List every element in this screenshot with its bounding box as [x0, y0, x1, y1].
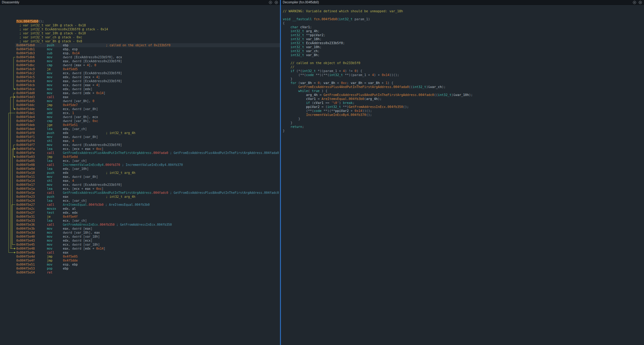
- asm-row[interactable]: 0x004f5dd0moveax, dword [edx + 0x14]: [0, 91, 280, 95]
- asm-row[interactable]: 0x004f5de7cmpdword [var_8h], 0xc: [0, 119, 280, 123]
- asm-row[interactable]: 0x004f5dd5movdword [var_8h], 0: [0, 99, 280, 103]
- disassembly-view[interactable]: fcn.004f5db0();; var int32_t var_18h @ s…: [0, 5, 280, 345]
- decompiler-line[interactable]: arg_4h = GetFromEcxAddressPlus8AndPutInT…: [283, 93, 644, 97]
- decompiler-line[interactable]: int32_t var_ch;: [283, 49, 644, 53]
- asm-row[interactable]: 0x004f5dcbmovecx, dword [eax + 4]: [0, 83, 280, 87]
- var-comment-line[interactable]: ; var int32_t EcxAddress0x233b5f0 @ stac…: [0, 27, 280, 31]
- decompiler-line[interactable]: int32_t **ppiVar2;: [283, 33, 644, 37]
- asm-row[interactable]: 0x004f5e2cmovzxedx, al: [0, 207, 280, 211]
- asm-row[interactable]: 0x004f5e14shleax, 4: [0, 179, 280, 183]
- asm-row[interactable]: 0x004f5e4djmp0x4f5e05: [0, 255, 280, 259]
- asm-row[interactable]: 0x004f5ddemovecx, dword [var_8h]: [0, 107, 280, 111]
- decompiler-line[interactable]: }: [283, 121, 644, 125]
- asm-row[interactable]: 0x004f5e03jmp0x4f5e0d: [0, 155, 280, 159]
- asm-row[interactable]: 0x004f5dc2movecx, dword [EcxAddress0x233…: [0, 71, 280, 75]
- decompiler-line[interactable]: }: [283, 117, 644, 121]
- decompiler-line[interactable]: return;: [283, 125, 644, 129]
- decompiler-line[interactable]: int32_t arg_4h;: [283, 29, 644, 33]
- asm-row[interactable]: 0x004f5e11moveax, dword [var_8h]: [0, 175, 280, 179]
- asm-row[interactable]: 0x004f5e43movedx, dword [ecx]: [0, 239, 280, 243]
- asm-row[interactable]: 0x004f5dc5movedx, dword [ecx + 4]: [0, 75, 280, 79]
- asm-row[interactable]: 0x004f5e4bcalleax: [0, 251, 280, 255]
- asm-row[interactable]: 0x004f5e27callAreItemsEqual.004fb3b0 ; A…: [0, 203, 280, 207]
- var-comment-line[interactable]: ; var int32_t var_18h @ stack - 0x18: [0, 23, 280, 27]
- asm-row[interactable]: 0x004f5debjge0x4f5e51: [0, 123, 280, 127]
- asm-row[interactable]: 0x004f5e36callGetFromAddressInEcx.004fb3…: [0, 223, 280, 227]
- asm-row[interactable]: 0x004f5e24leaecx, [var_ch]: [0, 199, 280, 203]
- asm-row[interactable]: 0x004f5e3dmovdword [var_18h], eax: [0, 231, 280, 235]
- decompiler-line[interactable]: void __fastcall fcn.004f5db0(int32_t par…: [283, 17, 644, 21]
- decompiler-view[interactable]: // WARNING: Variable defined which shoul…: [281, 5, 644, 345]
- var-comment-line[interactable]: ; var int32_t var_8h @ stack - 0x8: [0, 39, 280, 43]
- decompiler-line[interactable]: }: [283, 129, 644, 133]
- function-signature-line[interactable]: fcn.004f5db0();: [0, 19, 280, 23]
- decompiler-line[interactable]: int32_t var_10h;: [283, 45, 644, 49]
- decompiler-line[interactable]: int32_t var_8h;: [283, 53, 644, 57]
- undock-icon[interactable]: [269, 1, 272, 4]
- decompiler-line[interactable]: //: [283, 65, 644, 69]
- asm-row[interactable]: 0x004f5dedleaedx, [var_ch]: [0, 127, 280, 131]
- var-comment-line[interactable]: ; var int32_t var_ch @ stack - 0xc: [0, 35, 280, 39]
- decompiler-line[interactable]: for (var_8h = 0; var_8h < 0xc; var_8h = …: [283, 81, 644, 85]
- asm-row[interactable]: 0x004f5e05leaecx, [var_ch]: [0, 159, 280, 163]
- decompiler-line[interactable]: if (cVar1 == '\0') break;: [283, 101, 644, 105]
- decompiler-line[interactable]: while( true ) {: [283, 89, 644, 93]
- asm-row[interactable]: 0x004f5de4movdword [var_8h], ecx: [0, 115, 280, 119]
- asm-row[interactable]: 0x004f5e17movecx, dword [EcxAddress0x233…: [0, 183, 280, 187]
- decompiler-line[interactable]: ppiVar2 = (int32_t **)GetFromAddressInEc…: [283, 105, 644, 109]
- decompiler-line[interactable]: {: [283, 21, 644, 25]
- asm-row[interactable]: 0x004f5dc0je0x4f5dd5: [0, 67, 280, 71]
- asm-row[interactable]: 0x004f5db1movebp, esp: [0, 47, 280, 51]
- decompiler-line[interactable]: // called on the object of 0x233b5f0: [283, 61, 644, 65]
- decompiler-line[interactable]: IncrementValueInEcxBy4.004fb370();: [283, 113, 644, 117]
- asm-row[interactable]: 0x004f5dbccmpdword [eax + 4], 0: [0, 63, 280, 67]
- close-icon[interactable]: [638, 1, 642, 4]
- asm-row[interactable]: 0x004f5dfaleaecx, [ecx + eax + 0xc]: [0, 147, 280, 151]
- decompiler-line[interactable]: [283, 57, 644, 61]
- asm-row[interactable]: 0x004f5e48moveax, dword [edx + 0x14]: [0, 247, 280, 251]
- undock-icon[interactable]: [633, 1, 636, 4]
- asm-row[interactable]: 0x004f5e31je0x4f5e4f: [0, 215, 280, 219]
- asm-row[interactable]: 0x004f5df7movecx, dword [EcxAddress0x233…: [0, 143, 280, 147]
- var-comment-line[interactable]: ; var int32_t var_10h @ stack - 0x10: [0, 31, 280, 35]
- asm-row[interactable]: 0x004f5db3subesp, 0x14: [0, 51, 280, 55]
- asm-row[interactable]: 0x004f5ddcjmp0x4f5de7: [0, 103, 280, 107]
- asm-row[interactable]: 0x004f5de1addecx, 1: [0, 111, 280, 115]
- asm-row[interactable]: 0x004f5dcemovedx, dword [edx]: [0, 87, 280, 91]
- asm-row[interactable]: 0x004f5e1ecallGetFromEcxAddressPlus8AndP…: [0, 191, 280, 195]
- asm-row[interactable]: 0x004f5e0dleaedx, [var_10h]: [0, 167, 280, 171]
- decompiler-line[interactable]: (**(code **)(**(int32_t **)(param_1 + 4)…: [283, 73, 644, 77]
- asm-row[interactable]: 0x004f5db0pushebp; called on the object …: [0, 43, 280, 47]
- asm-row[interactable]: 0x004f5e40movecx, dword [var_18h]: [0, 235, 280, 239]
- decompiler-line[interactable]: char cVar1;: [283, 25, 644, 29]
- asm-row[interactable]: 0x004f5e2ftestedx, edx: [0, 211, 280, 215]
- asm-row[interactable]: 0x004f5dc8moveax, dword [EcxAddress0x233…: [0, 79, 280, 83]
- decompiler-line[interactable]: cVar1 = AreItemsEqual.004fb3b0(arg_4h);: [283, 97, 644, 101]
- asm-row[interactable]: 0x004f5dfecallGetFromEcxAddressPlus4AndP…: [0, 151, 280, 155]
- asm-row[interactable]: 0x004f5df0pushedx; int32_t arg_4h: [0, 131, 280, 135]
- decompiler-line[interactable]: (**(code **)(**ppiVar2 + 0x14))();: [283, 109, 644, 113]
- asm-row[interactable]: 0x004f5e54ret: [0, 270, 280, 274]
- decompiler-line[interactable]: // WARNING: Variable defined which shoul…: [283, 9, 644, 13]
- asm-row[interactable]: 0x004f5e4fjmp0x4f5dde: [0, 259, 280, 263]
- asm-row[interactable]: 0x004f5db6movdword [EcxAddress0x233b5f0]…: [0, 55, 280, 59]
- asm-row[interactable]: 0x004f5e08callIncrementValueInEcxBy4.004…: [0, 163, 280, 167]
- decompiler-line[interactable]: GetFromEcxAddressPlus4AndPutInTheFirstAr…: [283, 85, 644, 89]
- decompiler-line[interactable]: }: [283, 77, 644, 81]
- asm-row[interactable]: 0x004f5e10pushedx; int32_t arg_4h: [0, 171, 280, 175]
- asm-row[interactable]: 0x004f5e53popebp: [0, 266, 280, 270]
- decompiler-line[interactable]: int32_t EcxAddress0x233b5f0;: [283, 41, 644, 45]
- asm-row[interactable]: 0x004f5df4shleax, 4: [0, 139, 280, 143]
- asm-row[interactable]: 0x004f5e51movesp, ebp: [0, 263, 280, 266]
- asm-row[interactable]: 0x004f5e45movecx, dword [var_18h]: [0, 243, 280, 247]
- decompiler-line[interactable]: [283, 13, 644, 17]
- asm-row[interactable]: 0x004f5dd3calleax: [0, 95, 280, 99]
- decompiler-line[interactable]: if (*(int32_t *)(param_1 + 4) != 0) {: [283, 69, 644, 73]
- asm-row[interactable]: 0x004f5e23pusheax; int32_t arg_4h: [0, 195, 280, 199]
- asm-row[interactable]: 0x004f5df1moveax, dword [var_8h]: [0, 135, 280, 139]
- asm-row[interactable]: 0x004f5e3bmoveax, dword [eax]: [0, 227, 280, 231]
- close-icon[interactable]: [274, 1, 278, 4]
- decompiler-line[interactable]: int32_t var_18h;: [283, 37, 644, 41]
- asm-row[interactable]: 0x004f5e1aleaecx, [ecx + eax + 0xc]: [0, 187, 280, 191]
- asm-row[interactable]: 0x004f5db9moveax, dword [EcxAddress0x233…: [0, 59, 280, 63]
